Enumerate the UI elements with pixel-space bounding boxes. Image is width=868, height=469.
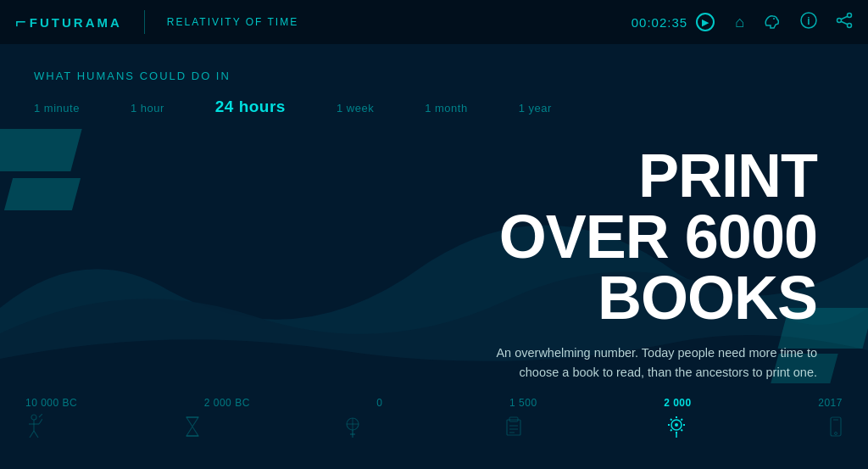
tab-1week[interactable]: 1 week <box>337 98 374 118</box>
home-icon[interactable]: ⌂ <box>735 14 744 31</box>
logo-area: ⌐ FUTURAMA RELATIVITY OF TIME <box>15 10 298 34</box>
timeline-icon-5[interactable] <box>829 416 843 441</box>
timeline-label-1: 2 000 BC <box>204 397 250 409</box>
svg-line-35 <box>681 419 682 421</box>
svg-line-13 <box>39 414 42 417</box>
timeline-icon-2[interactable] <box>343 416 362 441</box>
svg-point-0 <box>773 18 775 20</box>
big-title-line2: OVER 6000 <box>461 206 817 267</box>
timeline-icons <box>25 414 843 448</box>
timeline-icon-0[interactable] <box>25 414 42 441</box>
header: ⌐ FUTURAMA RELATIVITY OF TIME 00:02:35 ▶… <box>0 0 868 44</box>
svg-line-34 <box>681 430 682 432</box>
svg-line-6 <box>841 16 848 20</box>
content-description: An overwhelming number. Today people nee… <box>461 343 817 382</box>
info-icon[interactable]: i <box>800 12 817 33</box>
svg-text:i: i <box>807 15 810 27</box>
big-title-line3: BOOKS <box>461 267 817 328</box>
timeline-icon-1[interactable] <box>185 416 200 441</box>
share-icon[interactable] <box>836 12 853 33</box>
timeline-label-5: 2017 <box>818 397 843 409</box>
timeline-label-0: 10 000 BC <box>25 397 77 409</box>
time-tabs: 1 minute 1 hour 24 hours 1 week 1 month … <box>34 94 834 120</box>
timeline-icon-3[interactable] <box>504 416 523 441</box>
tab-1year[interactable]: 1 year <box>519 98 552 118</box>
timeline-label-2: 0 <box>376 397 382 409</box>
section-header: WHAT HUMANS COULD DO IN 1 minute 1 hour … <box>0 44 868 120</box>
svg-line-36 <box>670 430 672 432</box>
svg-point-39 <box>834 433 837 435</box>
timeline-icon-4[interactable] <box>666 414 687 441</box>
header-timer: 00:02:35 ▶ <box>632 13 715 31</box>
svg-line-7 <box>841 21 848 25</box>
text-block: PRINT OVER 6000 BOOKS An overwhelming nu… <box>461 145 817 382</box>
section-label: WHAT HUMANS COULD DO IN <box>34 70 834 82</box>
svg-point-5 <box>848 23 852 27</box>
timer-display: 00:02:35 <box>632 15 687 30</box>
tab-1minute[interactable]: 1 minute <box>34 98 80 118</box>
tab-1hour[interactable]: 1 hour <box>131 98 164 118</box>
tab-24hours[interactable]: 24 hours <box>215 94 286 120</box>
timeline-label-3: 1 500 <box>509 397 537 409</box>
header-icons: ⌂ i <box>735 12 853 33</box>
tab-1month[interactable]: 1 month <box>425 98 467 118</box>
big-title-line1: PRINT <box>461 145 817 206</box>
svg-point-8 <box>31 415 36 420</box>
svg-point-4 <box>837 18 842 22</box>
logo-icon: ⌐ FUTURAMA <box>15 13 122 31</box>
timeline-labels: 10 000 BC 2 000 BC 0 1 500 2 000 2017 <box>25 397 843 409</box>
svg-line-12 <box>34 431 38 438</box>
svg-line-33 <box>670 419 672 421</box>
svg-line-14 <box>39 419 42 424</box>
logo-text: FUTURAMA <box>30 15 122 30</box>
timeline-label-4: 2 000 <box>664 397 692 409</box>
svg-point-3 <box>848 13 852 17</box>
timeline: 10 000 BC 2 000 BC 0 1 500 2 000 2017 <box>0 388 868 469</box>
svg-point-28 <box>675 423 678 427</box>
timer-pause-button[interactable]: ▶ <box>696 13 715 31</box>
main-content: WHAT HUMANS COULD DO IN 1 minute 1 hour … <box>0 44 868 469</box>
logo-bracket: ⌐ <box>15 13 26 31</box>
big-title: PRINT OVER 6000 BOOKS <box>461 145 817 328</box>
content-area: PRINT OVER 6000 BOOKS An overwhelming nu… <box>0 120 868 382</box>
header-divider <box>144 10 145 34</box>
header-title: RELATIVITY OF TIME <box>167 16 298 28</box>
dino-icon[interactable] <box>763 12 782 32</box>
svg-line-11 <box>30 431 34 438</box>
